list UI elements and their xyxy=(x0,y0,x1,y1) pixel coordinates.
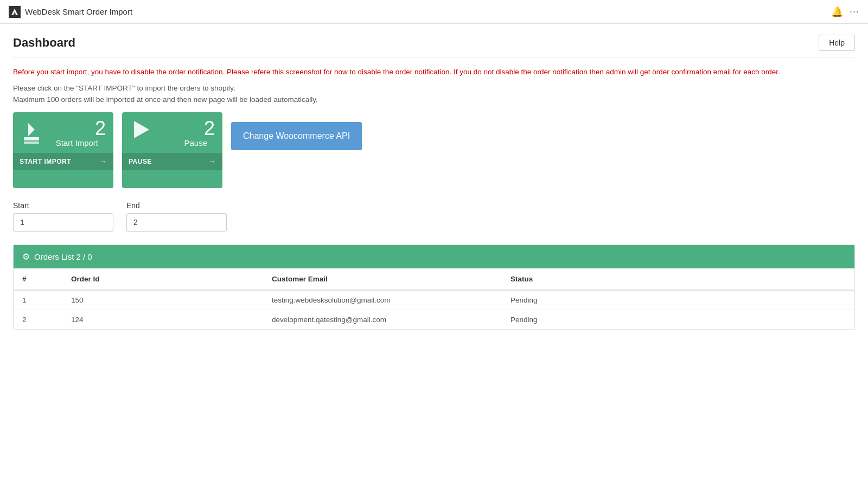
start-import-card[interactable]: 2 Start Import START IMPORT → xyxy=(13,112,113,188)
topbar: WebDesk Smart Order Import 🔔 ··· xyxy=(0,0,868,24)
topbar-right: 🔔 ··· xyxy=(831,6,859,18)
cell-orderid: 150 xyxy=(62,290,263,310)
orders-table-body: 1 150 testing.webdesksolution@gmail.com … xyxy=(14,290,854,330)
start-input-group: Start xyxy=(13,201,113,232)
pause-card[interactable]: 2 Pause PAUSE → xyxy=(122,112,222,188)
help-button[interactable]: Help xyxy=(819,35,855,51)
start-import-bottom-text: START IMPORT xyxy=(20,158,71,165)
info-text-2: Maximum 100 orders will be imported at o… xyxy=(13,95,855,104)
import-icon xyxy=(21,119,49,147)
pause-play-icon xyxy=(130,119,151,140)
import-svg xyxy=(21,119,49,147)
pause-card-content: 2 Pause xyxy=(122,112,222,153)
pause-card-right: 2 Pause xyxy=(184,119,215,151)
orders-table-head: # Order Id Customer Email Status xyxy=(14,268,854,290)
action-cards-row: 2 Start Import START IMPORT → 2 Pause xyxy=(13,112,855,188)
change-woocommerce-api-button[interactable]: Change Woocommerce API xyxy=(231,122,362,150)
end-input-group: End xyxy=(126,201,227,232)
start-import-arrow-icon: → xyxy=(98,157,107,166)
svg-marker-4 xyxy=(28,123,35,136)
end-label: End xyxy=(126,201,227,210)
main-content: Dashboard Help Before you start import, … xyxy=(0,24,868,488)
pause-bottom-text: PAUSE xyxy=(129,158,152,165)
pin-icon[interactable]: 🔔 xyxy=(831,6,843,18)
pause-arrow-icon: → xyxy=(207,157,216,166)
col-header-num: # xyxy=(14,268,62,290)
warning-message: Before you start import, you have to dis… xyxy=(13,67,855,78)
svg-rect-3 xyxy=(24,142,39,144)
page-title: Dashboard xyxy=(13,36,75,50)
start-import-bottom: START IMPORT → xyxy=(13,153,113,170)
end-input[interactable] xyxy=(126,213,227,232)
orders-settings-icon: ⚙ xyxy=(22,252,30,262)
page-header: Dashboard Help xyxy=(13,35,855,58)
start-input[interactable] xyxy=(13,213,113,232)
cell-num: 1 xyxy=(14,290,62,310)
col-header-orderid: Order Id xyxy=(62,268,263,290)
orders-list-title: Orders List 2 / 0 xyxy=(34,252,92,261)
info-text-1: Please click on the "START IMPORT" to im… xyxy=(13,84,855,92)
pause-bottom: PAUSE → xyxy=(122,153,222,170)
cell-num: 2 xyxy=(14,310,62,330)
cell-email: development.qatesting@gmail.com xyxy=(263,310,502,330)
orders-table-header-row: # Order Id Customer Email Status xyxy=(14,268,854,290)
svg-rect-2 xyxy=(24,137,39,140)
start-import-label: Start Import xyxy=(56,138,106,147)
inputs-row: Start End xyxy=(13,201,855,232)
topbar-left: WebDesk Smart Order Import xyxy=(9,6,132,18)
app-logo xyxy=(9,6,21,18)
pause-number: 2 xyxy=(204,119,215,138)
svg-marker-5 xyxy=(134,121,149,138)
start-import-number: 2 xyxy=(95,119,106,138)
cell-status: Pending xyxy=(502,290,854,310)
play-svg xyxy=(130,119,151,140)
app-title: WebDesk Smart Order Import xyxy=(25,7,132,16)
col-header-email: Customer Email xyxy=(263,268,502,290)
orders-section: ⚙ Orders List 2 / 0 # Order Id Customer … xyxy=(13,245,855,330)
cell-status: Pending xyxy=(502,310,854,330)
table-row: 1 150 testing.webdesksolution@gmail.com … xyxy=(14,290,854,310)
logo-icon xyxy=(10,8,19,16)
card-right: 2 Start Import xyxy=(56,119,106,151)
pause-label: Pause xyxy=(184,138,215,147)
orders-table: # Order Id Customer Email Status 1 150 t… xyxy=(14,268,854,330)
table-row: 2 124 development.qatesting@gmail.com Pe… xyxy=(14,310,854,330)
card-content: 2 Start Import xyxy=(13,112,113,153)
more-options-icon[interactable]: ··· xyxy=(850,6,859,17)
cell-orderid: 124 xyxy=(62,310,263,330)
col-header-status: Status xyxy=(502,268,854,290)
start-label: Start xyxy=(13,201,113,210)
orders-list-header: ⚙ Orders List 2 / 0 xyxy=(14,245,854,268)
cell-email: testing.webdesksolution@gmail.com xyxy=(263,290,502,310)
